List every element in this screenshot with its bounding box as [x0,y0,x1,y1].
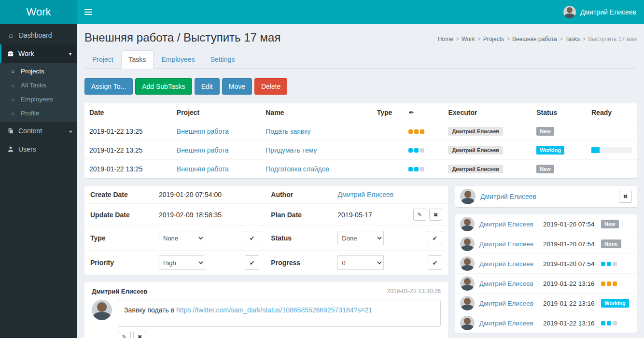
edit-plan-date-button[interactable]: ✎ [413,209,426,221]
history-badge: New [601,220,619,228]
history-date: 2019-01-20 07:54 [543,240,596,248]
move-button[interactable]: Move [222,78,252,95]
assign-to-button[interactable]: Assign To... [84,78,133,95]
update-date-value: 2019-02-09 18:58:35 [153,204,265,226]
history-avatar [460,256,475,271]
task-date: 2019-01-22 13:25 [84,122,172,141]
priority-dots [601,280,618,287]
table-row: 2019-01-22 13:25 Внешняя работа Придумат… [84,141,637,160]
history-date: 2019-01-22 13:16 [543,300,596,307]
sidebar: ⌂ Dashboard Work ▾ ○ Projects ○ All Task… [0,24,77,338]
priority-column-icon: ✒ [404,103,443,122]
history-user-link[interactable]: Дмитрий Елисеев [479,221,538,228]
history-avatar [460,316,475,330]
tab-project[interactable]: Project [84,50,121,69]
status-select[interactable]: Done [337,231,384,245]
priority-dots [408,146,426,154]
delete-button[interactable]: Delete [254,78,287,95]
edit-comment-button[interactable]: ✎ [118,331,131,338]
update-date-label: Update Date [84,204,153,226]
breadcrumb-link-tasks[interactable]: Tasks [565,36,580,42]
breadcrumb-link-projects[interactable]: Projects [483,36,504,42]
status-badge: New [536,127,554,136]
sidebar-item-work[interactable]: Work ▾ [0,44,77,63]
history-user-link[interactable]: Дмитрий Елисеев [479,300,538,307]
sidebar-item-label: Employees [21,96,53,103]
close-icon: ✖ [137,334,142,338]
comment-link[interactable]: https://twitter.com/sam_dark/status/1086… [176,306,372,314]
task-link[interactable]: Придумать тему [266,146,317,154]
history-avatar [460,276,475,291]
table-row: 2019-01-22 13:25 Внешняя работа Подготов… [84,160,637,179]
column-header-type: Type [372,103,404,122]
edit-button[interactable]: Edit [195,78,220,95]
apply-priority-button[interactable]: ✔ [245,255,259,270]
priority-dots [601,319,618,327]
sidebar-item-dashboard[interactable]: ⌂ Dashboard [0,26,77,44]
author-link[interactable]: Дмитрий Елисеев [337,191,393,198]
task-link[interactable]: Подать заявку [266,127,310,135]
priority-dots [408,165,426,173]
history-date: 2019-01-20 07:54 [543,221,596,228]
tab-tasks[interactable]: Tasks [121,50,154,69]
user-icon [7,146,14,153]
circle-icon: ○ [9,97,16,102]
breadcrumb-link-home[interactable]: Home [438,36,453,42]
progress-select[interactable]: 0 [337,255,384,270]
history-user-link[interactable]: Дмитрий Елисеев [479,280,538,287]
add-subtasks-button[interactable]: Add SubTasks [135,78,192,95]
sidebar-item-projects[interactable]: ○ Projects [0,64,77,78]
column-header-name: Name [261,103,372,122]
page-title: Внешняя работа / Выступить 17 мая [84,31,280,44]
delete-comment-button[interactable]: ✖ [133,331,146,338]
breadcrumb-separator: > [477,36,481,42]
user-menu[interactable]: Дмитрий Елисеев [556,0,644,24]
comment-author: Дмитрий Елисеев [92,288,147,295]
assignee-link[interactable]: Дмитрий Елисеев [480,193,536,200]
clear-plan-date-button[interactable]: ✖ [429,209,442,221]
table-row: 2019-01-22 13:25 Внешняя работа Подать з… [84,122,637,141]
project-link[interactable]: Внешняя работа [177,146,229,154]
check-icon: ✔ [250,259,255,267]
tab-settings[interactable]: Settings [203,50,243,69]
circle-icon: ○ [9,69,16,74]
project-link[interactable]: Внешняя работа [177,165,229,173]
history-avatar [460,217,475,231]
apply-progress-button[interactable]: ✔ [428,255,442,270]
sidebar-item-content[interactable]: Content ◂ [0,122,77,140]
brand-logo[interactable]: Work [0,0,77,24]
tab-employees[interactable]: Employees [154,50,202,69]
history-user-link[interactable]: Дмитрий Елисеев [479,240,538,248]
sidebar-item-label: All Tasks [21,82,46,89]
history-user-link[interactable]: Дмитрий Елисеев [479,260,538,268]
user-name: Дмитрий Елисеев [580,8,636,16]
history-row: Дмитрий Елисеев 2019-01-22 13:16 [455,313,637,333]
priority-dots [408,127,426,135]
history-user-link[interactable]: Дмитрий Елисеев [479,320,538,327]
breadcrumb: Home>Work>Projects>Внешняя работа>Tasks>… [438,36,637,44]
column-header-date: Date [84,103,172,122]
sidebar-toggle-button[interactable] [77,0,99,24]
apply-type-button[interactable]: ✔ [245,231,259,245]
column-header-status: Status [532,103,587,122]
breadcrumb-link-project[interactable]: Внешняя работа [512,36,557,42]
sidebar-item-users[interactable]: Users [0,140,77,158]
create-date-value: 2019-01-20 07:54:00 [153,186,265,204]
sidebar-item-employees[interactable]: ○ Employees [0,92,77,106]
executor-badge: Дмитрий Елисеев [448,165,503,173]
remove-assignee-button[interactable]: ✖ [619,191,632,203]
priority-select[interactable]: High [159,255,205,270]
history-box: Дмитрий Елисеев 2019-01-20 07:54 New Дми… [455,214,637,333]
apply-status-button[interactable]: ✔ [428,231,442,245]
breadcrumb-separator: > [560,36,563,42]
project-link[interactable]: Внешняя работа [177,127,229,135]
breadcrumb-link-work[interactable]: Work [462,36,475,42]
sidebar-item-all-tasks[interactable]: ○ All Tasks [0,78,77,92]
breadcrumb-separator: > [582,36,586,42]
type-select[interactable]: None [159,231,205,245]
history-row: Дмитрий Елисеев 2019-01-20 07:54 [455,254,637,273]
task-link[interactable]: Подготовка слайдов [266,165,329,173]
status-badge: Working [536,146,564,155]
sidebar-item-profile[interactable]: ○ Profile [0,106,77,120]
column-header-executor: Executor [443,103,532,122]
